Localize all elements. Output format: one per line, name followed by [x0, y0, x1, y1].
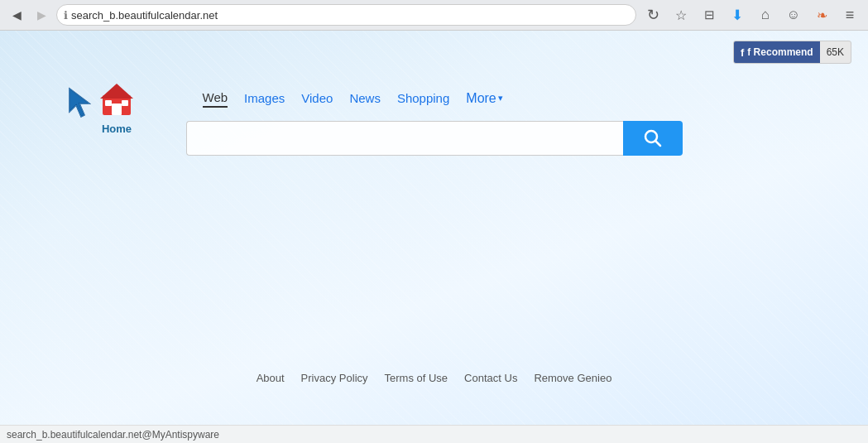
status-bar: search_b.beautifulcalendar.net@MyAntispy… [0, 425, 868, 443]
home-nav-button[interactable]: ⌂ [754, 3, 777, 26]
forward-button[interactable]: ▶ [31, 5, 51, 25]
search-bar-container [186, 121, 683, 156]
menu-icon: ≡ [846, 7, 855, 24]
reload-button[interactable]: ↻ [641, 3, 664, 26]
tab-more[interactable]: More ▾ [466, 91, 502, 106]
menu-button[interactable]: ≡ [838, 3, 861, 26]
search-section: Web Images Video News Shopping More ▾ [186, 89, 683, 156]
tab-news[interactable]: News [349, 89, 381, 107]
home-logo-container: Home [98, 80, 135, 120]
footer-about[interactable]: About [257, 372, 285, 384]
svg-marker-3 [100, 84, 133, 99]
svg-rect-6 [122, 100, 128, 106]
search-icon [644, 129, 662, 147]
download-button[interactable]: ⬇ [726, 3, 749, 26]
status-text: search_b.beautifulcalendar.net@MyAntispy… [7, 429, 219, 441]
browser-toolbar: ◀ ▶ ℹ ↻ ☆ ⊟ ⬇ ⌂ ☺ ❧ [0, 0, 868, 30]
home-nav-icon: ⌂ [761, 7, 770, 23]
facebook-count: 65K [820, 46, 851, 58]
tab-images[interactable]: Images [244, 89, 285, 107]
reload-icon: ↻ [647, 6, 659, 24]
back-button[interactable]: ◀ [7, 5, 26, 25]
nav-tabs: Web Images Video News Shopping More ▾ [203, 89, 503, 108]
sync-button[interactable]: ☺ [782, 3, 805, 26]
cursor-icon [66, 87, 99, 120]
footer-links: About Privacy Policy Terms of Use Contac… [257, 372, 612, 384]
footer-contact-us[interactable]: Contact Us [464, 372, 517, 384]
clipboard-icon: ⊟ [704, 7, 715, 22]
svg-rect-4 [112, 104, 122, 115]
chevron-down-icon: ▾ [498, 93, 503, 104]
browser-chrome: ◀ ▶ ℹ ↻ ☆ ⊟ ⬇ ⌂ ☺ ❧ [0, 0, 868, 31]
facebook-recommend-bar[interactable]: f f Recommend 65K [733, 41, 851, 64]
footer-privacy-policy[interactable]: Privacy Policy [301, 372, 368, 384]
pocket-icon: ❧ [817, 7, 827, 23]
svg-rect-5 [105, 100, 112, 106]
star-icon: ☆ [675, 7, 687, 23]
page-content: f f Recommend 65K Home [0, 31, 868, 426]
pocket-button[interactable]: ❧ [810, 3, 833, 26]
clipboard-button[interactable]: ⊟ [698, 3, 721, 26]
home-label: Home [102, 123, 132, 135]
smiley-icon: ☺ [787, 7, 800, 22]
tab-web[interactable]: Web [203, 89, 228, 108]
download-icon: ⬇ [731, 7, 743, 24]
footer-terms-of-use[interactable]: Terms of Use [385, 372, 448, 384]
address-bar-input[interactable] [71, 9, 629, 22]
facebook-recommend-label: f Recommend [747, 46, 813, 58]
facebook-f-icon: f [741, 46, 744, 59]
svg-line-8 [655, 141, 660, 146]
home-logo-icon [98, 80, 135, 117]
footer-remove-genieo[interactable]: Remove Genieo [534, 372, 611, 384]
address-bar-container: ℹ [56, 4, 636, 26]
search-button[interactable] [623, 121, 683, 156]
info-icon: ℹ [64, 9, 68, 22]
search-input[interactable] [186, 121, 623, 156]
facebook-recommend-button[interactable]: f f Recommend [734, 41, 820, 63]
star-button[interactable]: ☆ [669, 3, 693, 26]
tab-more-label: More [466, 91, 496, 106]
tab-video[interactable]: Video [301, 89, 333, 107]
tab-shopping[interactable]: Shopping [397, 89, 449, 107]
logo-area: Home [66, 80, 135, 120]
